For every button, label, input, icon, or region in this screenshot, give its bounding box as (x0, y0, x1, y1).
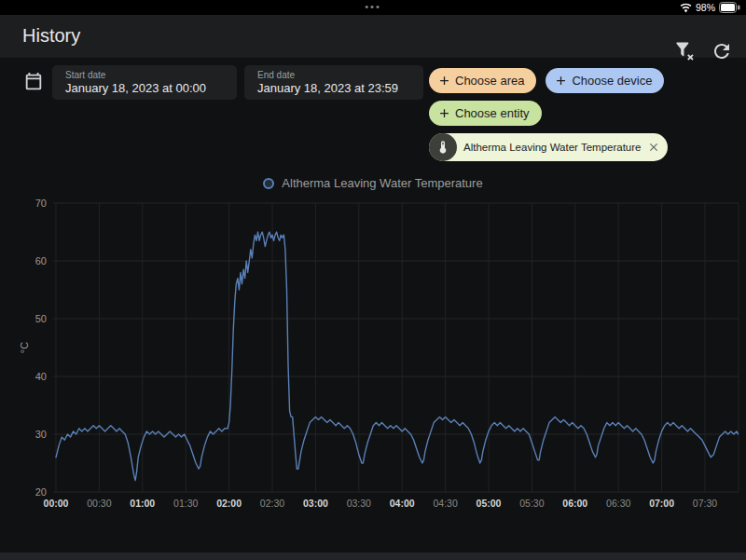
chip-choose-device-label: Choose device (572, 74, 652, 88)
svg-text:20: 20 (35, 486, 47, 498)
svg-text:03:00: 03:00 (303, 498, 328, 509)
battery-icon (719, 2, 740, 13)
bottom-bar (0, 553, 746, 560)
app-switcher-handle: ••• (0, 0, 746, 13)
svg-text:05:30: 05:30 (519, 498, 544, 509)
svg-text:07:00: 07:00 (649, 498, 674, 509)
end-date-value: January 18, 2023 at 23:59 (257, 81, 398, 95)
thermometer-icon (435, 140, 450, 155)
svg-text:01:30: 01:30 (173, 498, 198, 509)
filter-chips: Choose area Choose device Choose entity (429, 68, 742, 161)
refresh-icon (711, 51, 733, 65)
svg-text:05:00: 05:00 (477, 498, 502, 509)
start-date-field[interactable]: Start date January 18, 2023 at 00:00 (52, 65, 237, 100)
filter-remove-icon (673, 51, 696, 65)
remove-entity-button[interactable] (647, 141, 660, 154)
svg-text:02:30: 02:30 (260, 498, 284, 509)
chip-choose-device[interactable]: Choose device (546, 68, 664, 93)
svg-text:04:30: 04:30 (433, 498, 457, 509)
entity-avatar (429, 133, 457, 161)
svg-text:03:30: 03:30 (347, 498, 371, 509)
refresh-button[interactable] (711, 40, 733, 62)
wifi-icon (680, 2, 692, 14)
selected-entity-label: Altherma Leaving Water Temperature (463, 142, 641, 153)
history-chart-svg[interactable]: 70605040302000:0000:3001:0001:3002:0002:… (0, 186, 746, 522)
status-indicators: 98% (680, 1, 740, 14)
remove-filters-button[interactable] (673, 40, 696, 62)
start-date-label: Start date (65, 70, 105, 80)
plus-icon (437, 106, 451, 120)
svg-text:06:30: 06:30 (606, 498, 630, 509)
svg-text:01:00: 01:00 (130, 498, 155, 509)
svg-text:00:30: 00:30 (87, 498, 111, 509)
svg-text:06:00: 06:00 (562, 498, 587, 509)
svg-text:30: 30 (35, 429, 47, 440)
svg-text:60: 60 (35, 255, 47, 266)
status-bar: ••• 98% (0, 0, 746, 15)
end-date-label: End date (257, 70, 295, 80)
calendar-icon (23, 81, 44, 95)
page-title: History (22, 25, 80, 47)
svg-text:40: 40 (35, 371, 47, 382)
calendar-button[interactable] (22, 72, 45, 94)
chip-choose-entity-label: Choose entity (455, 106, 530, 120)
svg-text:02:00: 02:00 (216, 498, 242, 509)
chip-choose-area-label: Choose area (455, 74, 524, 88)
app-header: History (0, 15, 746, 58)
end-date-field[interactable]: End date January 18, 2023 at 23:59 (244, 65, 423, 100)
svg-text:00:00: 00:00 (44, 498, 69, 509)
svg-text:50: 50 (35, 313, 47, 324)
history-page: ••• 98% History (0, 0, 746, 560)
start-date-value: January 18, 2023 at 00:00 (65, 81, 206, 95)
svg-text:07:30: 07:30 (693, 498, 717, 509)
plus-icon (437, 74, 451, 88)
svg-text:°C: °C (19, 342, 30, 353)
plus-icon (554, 74, 568, 88)
chip-choose-entity[interactable]: Choose entity (429, 101, 542, 126)
svg-text:70: 70 (35, 198, 47, 209)
svg-text:04:00: 04:00 (390, 498, 415, 509)
chip-choose-area[interactable]: Choose area (429, 68, 536, 93)
battery-percent: 98% (696, 2, 715, 13)
selected-entity-chip[interactable]: Altherma Leaving Water Temperature (429, 133, 668, 161)
